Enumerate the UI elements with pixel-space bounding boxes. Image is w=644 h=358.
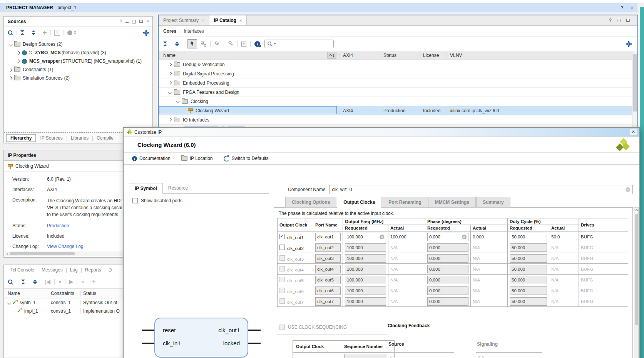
- output-clock-checkbox[interactable]: [279, 245, 285, 250]
- license-key-icon[interactable]: [227, 40, 234, 48]
- sort-indicator[interactable]: 1: [327, 52, 336, 59]
- tab-compile-order[interactable]: Compile: [93, 135, 117, 142]
- maximize-icon[interactable]: [132, 20, 136, 23]
- float-icon[interactable]: [626, 19, 630, 22]
- group-by-icon[interactable]: [201, 42, 206, 47]
- column-license[interactable]: License: [420, 53, 447, 58]
- close-tab-icon[interactable]: ×: [239, 18, 242, 23]
- chevron-down-icon[interactable]: [168, 90, 172, 94]
- tab-port-renaming[interactable]: Port Renaming: [382, 197, 428, 208]
- chevron-right-icon[interactable]: [9, 76, 13, 80]
- tab-log[interactable]: Log: [67, 267, 81, 273]
- catalog-row[interactable]: Clocking: [159, 97, 632, 106]
- tab-project-summary[interactable]: Project Summary×: [159, 15, 209, 25]
- tab-output-clocks[interactable]: Output Clocks: [337, 197, 381, 208]
- clear-icon[interactable]: ×: [380, 235, 384, 239]
- column-axi4[interactable]: AXI4: [340, 53, 380, 58]
- help-icon[interactable]: ?: [621, 5, 623, 10]
- tree-item-simulation-sources[interactable]: Simulation Sources (2): [4, 74, 152, 82]
- info-button[interactable]: [254, 41, 261, 47]
- subnav-cores[interactable]: Cores: [163, 28, 176, 34]
- scrollbar-thumb[interactable]: [10, 252, 75, 255]
- catalog-row[interactable]: FPGA Features and Design: [159, 88, 632, 97]
- chip-icon[interactable]: [241, 42, 246, 47]
- dialog-close-icon[interactable]: ✕: [630, 129, 637, 135]
- column-name[interactable]: Name: [4, 291, 49, 296]
- tab-design-runs[interactable]: D: [105, 267, 115, 273]
- column-constraints[interactable]: Constraints: [49, 291, 81, 296]
- tab-mmcm-settings[interactable]: MMCM Settings: [428, 197, 476, 208]
- source-radio[interactable]: [390, 356, 395, 358]
- expand-all-icon[interactable]: [32, 30, 35, 35]
- expand-all-icon[interactable]: [33, 280, 37, 284]
- port-name-input[interactable]: clk_out1: [315, 233, 341, 241]
- tab-reports[interactable]: Reports: [82, 267, 105, 273]
- tab-clocking-options[interactable]: Clocking Options: [285, 197, 336, 208]
- chevron-right-icon[interactable]: [9, 68, 13, 72]
- search-icon[interactable]: [8, 279, 13, 285]
- tab-tcl-console[interactable]: Tcl Console: [7, 267, 38, 273]
- phase-requested-input[interactable]: 0.000×: [427, 233, 468, 241]
- chevron-down-icon[interactable]: [7, 301, 11, 305]
- chevron-down-icon[interactable]: [176, 100, 180, 103]
- panel-help-icon[interactable]: ?: [609, 18, 612, 23]
- column-status[interactable]: Status: [380, 53, 420, 58]
- add-sources-icon[interactable]: +: [43, 30, 47, 35]
- status-link[interactable]: Production: [47, 223, 69, 228]
- close-icon[interactable]: ×: [631, 5, 634, 10]
- chevron-right-icon[interactable]: [168, 63, 172, 67]
- maximize-icon[interactable]: [617, 19, 621, 22]
- collapse-all-icon[interactable]: [163, 42, 167, 46]
- column-name[interactable]: Name: [163, 53, 176, 58]
- minimize-icon[interactable]: [125, 22, 129, 23]
- dialog-scrollbar[interactable]: [634, 207, 639, 358]
- chevron-right-icon[interactable]: [168, 118, 172, 122]
- catalog-search-input[interactable]: [264, 40, 334, 48]
- catalog-row-clocking-wizard[interactable]: Clocking Wizard AXI4 Production Included…: [159, 106, 632, 115]
- freq-requested-input[interactable]: 100.000×: [345, 233, 386, 241]
- tree-item-zybo-mcs[interactable]: ZYBO_MCS (behave) (top.vhd) (3): [4, 48, 152, 57]
- catalog-row[interactable]: IO Interfaces: [159, 115, 632, 125]
- column-vlnv[interactable]: VLNV: [447, 53, 632, 58]
- collapse-all-icon[interactable]: [20, 30, 24, 35]
- tree-item-constraints[interactable]: Constraints (1): [4, 65, 152, 74]
- chevron-right-icon[interactable]: [17, 59, 20, 63]
- clear-icon[interactable]: ×: [626, 187, 630, 192]
- search-icon[interactable]: [8, 30, 13, 35]
- tab-ip-symbol[interactable]: IP Symbol: [129, 183, 163, 194]
- tab-resource[interactable]: Resource: [163, 183, 193, 194]
- catalog-row[interactable]: Embedded Processing: [159, 78, 632, 88]
- documentation-link[interactable]: Documentation: [132, 156, 171, 161]
- expand-all-icon[interactable]: [175, 42, 179, 46]
- wrench-icon[interactable]: [214, 41, 220, 47]
- close-tab-icon[interactable]: ×: [202, 18, 204, 23]
- settings-gear-icon[interactable]: [626, 42, 631, 47]
- catalog-row[interactable]: Debug & Verification: [159, 60, 632, 69]
- output-clock-checkbox[interactable]: [279, 234, 285, 239]
- chevron-down-icon[interactable]: [9, 42, 13, 46]
- tree-item-design-sources[interactable]: Design Sources (2): [4, 40, 152, 48]
- close-panel-icon[interactable]: ×: [146, 19, 149, 24]
- tab-messages[interactable]: Messages: [38, 267, 66, 273]
- component-name-input[interactable]: clk_wiz_0 ×: [329, 185, 633, 194]
- tab-ip-catalog[interactable]: IP Catalog×: [209, 15, 247, 25]
- show-disabled-ports-checkbox[interactable]: [132, 198, 138, 203]
- filter-pin-button[interactable]: [187, 39, 197, 48]
- clear-icon[interactable]: ×: [462, 235, 467, 239]
- subnav-interfaces[interactable]: Interfaces: [184, 28, 204, 34]
- tab-libraries[interactable]: Libraries: [67, 135, 92, 142]
- ip-location-link[interactable]: IP Location: [181, 156, 213, 161]
- panel-help-icon[interactable]: ?: [120, 19, 122, 24]
- settings-gear-icon[interactable]: [144, 30, 149, 35]
- signaling-radio[interactable]: [478, 356, 484, 358]
- scroll-left-icon[interactable]: ‹: [5, 251, 10, 256]
- duty-requested-input[interactable]: 50.000: [510, 233, 547, 241]
- catalog-row[interactable]: Digital Signal Processing: [159, 69, 632, 78]
- chevron-right-icon[interactable]: [17, 51, 20, 55]
- tab-summary[interactable]: Summary: [476, 197, 510, 208]
- chevron-right-icon[interactable]: [168, 81, 172, 85]
- float-icon[interactable]: [139, 20, 143, 23]
- tab-ip-sources[interactable]: IP Sources: [36, 135, 66, 142]
- collapse-all-icon[interactable]: [21, 280, 25, 284]
- tree-item-mcs-wrapper[interactable]: MCS_wrapper (STRUCTURE) (MCS_wrapper.vhd…: [4, 57, 152, 65]
